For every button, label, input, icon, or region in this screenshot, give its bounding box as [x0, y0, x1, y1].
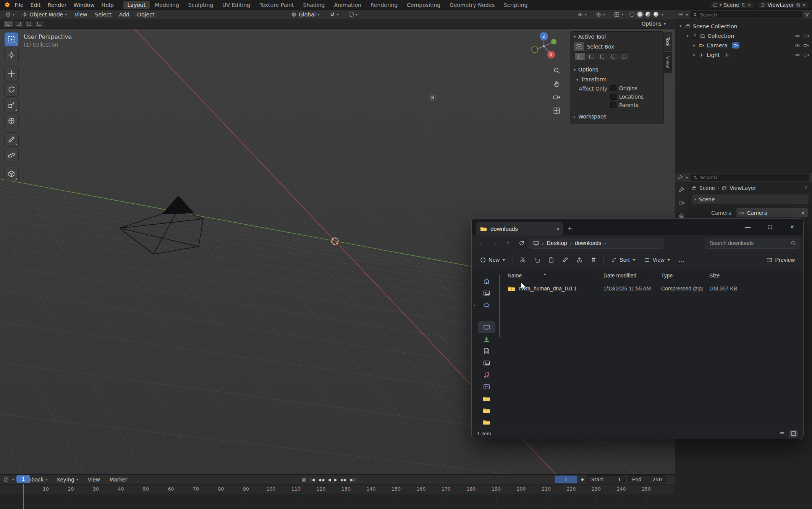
- select-mode-button-1[interactable]: [14, 20, 23, 28]
- cut-button[interactable]: [516, 254, 529, 266]
- camera-object[interactable]: [120, 196, 203, 254]
- transform-orientation[interactable]: Global ▾: [288, 11, 323, 18]
- camera-view-icon[interactable]: [553, 94, 560, 101]
- keying-set-icon[interactable]: ◆: [581, 477, 584, 482]
- play-reverse-button[interactable]: ◀: [328, 477, 331, 482]
- outliner-row-scene-collection[interactable]: ▾ Scene Collection: [675, 21, 812, 31]
- new-tab-button[interactable]: +: [563, 222, 576, 235]
- breadcrumb-downloads[interactable]: downloads: [575, 240, 601, 246]
- affect-only-checkbox-row[interactable]: Parents: [610, 102, 644, 108]
- affect-only-checkbox-row[interactable]: Origins: [610, 85, 644, 91]
- editor-type-button[interactable]: ▾: [2, 11, 18, 18]
- menubar-item[interactable]: Help: [98, 1, 117, 9]
- menubar-item[interactable]: File: [11, 1, 27, 9]
- workspace-tab[interactable]: Scripting: [500, 1, 532, 9]
- tool-select-box[interactable]: [4, 32, 19, 47]
- pan-hand-icon[interactable]: [553, 80, 560, 88]
- sidebar-folder-3[interactable]: [478, 416, 495, 428]
- hide-eye-icon[interactable]: [795, 52, 800, 58]
- select-mode-button-3[interactable]: [35, 20, 44, 28]
- sidebar-pictures[interactable]: [478, 357, 495, 369]
- viewport-options-dropdown[interactable]: Options ▾: [642, 21, 671, 27]
- properties-editor-icon[interactable]: [678, 175, 683, 180]
- mode-set-button[interactable]: [575, 52, 585, 60]
- tab-close-icon[interactable]: ×: [556, 226, 560, 232]
- workspace-tab[interactable]: Compositing: [403, 1, 445, 9]
- checkbox[interactable]: [610, 94, 616, 100]
- menu-select[interactable]: Select: [92, 11, 115, 18]
- frame-start-field[interactable]: Start1: [587, 475, 625, 483]
- tool-scale[interactable]: [4, 98, 19, 112]
- snap-toggle[interactable]: ▾: [327, 11, 342, 18]
- options-header[interactable]: ▾ Options: [570, 65, 663, 75]
- workspace-tab[interactable]: Geometry Nodes: [445, 1, 499, 9]
- workspace-tab[interactable]: Layout: [123, 1, 150, 9]
- tool-cursor[interactable]: [4, 48, 19, 62]
- new-scene-icon[interactable]: [741, 3, 746, 7]
- explorer-search[interactable]: [705, 238, 799, 249]
- unlink-scene-icon[interactable]: ×: [747, 2, 752, 8]
- outliner-row-light[interactable]: ▸ Light: [675, 50, 812, 60]
- playhead-marker[interactable]: 1: [16, 475, 30, 483]
- copy-button[interactable]: [531, 254, 543, 266]
- affect-only-checkbox-row[interactable]: Locations: [610, 94, 644, 100]
- menu-add[interactable]: Add: [116, 11, 133, 18]
- shading-rendered-button[interactable]: [653, 12, 658, 17]
- pin-icon[interactable]: [804, 186, 809, 191]
- more-button[interactable]: …: [675, 254, 688, 266]
- details-view-icon[interactable]: [778, 430, 787, 438]
- menubar-item[interactable]: Render: [44, 1, 70, 9]
- shading-solid-button[interactable]: [637, 12, 642, 17]
- disable-render-icon[interactable]: [804, 52, 809, 58]
- checkbox[interactable]: [610, 85, 616, 91]
- mode-selector[interactable]: Object Mode ▾: [19, 11, 70, 18]
- light-object[interactable]: [429, 94, 436, 101]
- menubar-item[interactable]: Window: [70, 1, 98, 9]
- clear-camera-icon[interactable]: ×: [801, 210, 805, 216]
- column-size[interactable]: Size: [703, 269, 753, 282]
- menu-marker[interactable]: Marker: [107, 476, 131, 483]
- hide-eye-icon[interactable]: [795, 43, 800, 48]
- explorer-tab[interactable]: downloads ×: [476, 222, 563, 235]
- sidebar-videos[interactable]: [478, 381, 495, 392]
- timeline-editor-icon[interactable]: [3, 477, 9, 482]
- tool-move[interactable]: [4, 66, 19, 81]
- proportional-editing[interactable]: ▾: [346, 11, 361, 17]
- tweak-mode-button[interactable]: [4, 20, 13, 28]
- maximize-button[interactable]: [759, 219, 781, 235]
- view-button[interactable]: View: [641, 254, 674, 266]
- menu-object[interactable]: Object: [134, 11, 158, 18]
- forward-button[interactable]: →: [489, 237, 500, 249]
- properties-editor-dropdown[interactable]: ▾: [686, 175, 688, 180]
- sidebar-onedrive[interactable]: ›: [478, 299, 495, 311]
- tool-transform[interactable]: [4, 113, 19, 128]
- mode-intersect-button[interactable]: [619, 52, 629, 60]
- workspace-tab[interactable]: UV Editing: [218, 1, 254, 9]
- workspace-header[interactable]: ▸ Workspace: [570, 112, 663, 122]
- delete-button[interactable]: [587, 254, 600, 266]
- shading-dropdown[interactable]: ▾: [662, 12, 663, 16]
- playhead-line[interactable]: [23, 484, 24, 509]
- workspace-tab[interactable]: Shading: [299, 1, 329, 9]
- mode-invert-button[interactable]: [608, 52, 618, 60]
- disable-render-icon[interactable]: [804, 33, 809, 39]
- shading-wireframe-button[interactable]: [629, 12, 634, 17]
- tool-rotate[interactable]: [4, 82, 19, 97]
- remove-viewlayer-icon[interactable]: ×: [802, 2, 806, 8]
- overlays-toggle[interactable]: ▾: [611, 11, 626, 18]
- refresh-button[interactable]: [516, 237, 527, 249]
- minimize-button[interactable]: —: [737, 219, 759, 235]
- gizmo-y-axis[interactable]: [551, 39, 556, 44]
- workspace-tab[interactable]: Texture Paint: [255, 1, 298, 9]
- column-type[interactable]: Type: [655, 269, 703, 282]
- workspace-tab[interactable]: Sculpting: [184, 1, 217, 9]
- sidebar-folder-2[interactable]: [478, 404, 495, 416]
- scene-section-header[interactable]: ▾ Scene: [692, 195, 809, 204]
- tool-add-cube[interactable]: [4, 167, 19, 181]
- scene-selector[interactable]: ▾ Scene ×: [710, 1, 754, 9]
- viewlayer-selector[interactable]: ViewLayer ×: [758, 1, 809, 9]
- properties-search-input[interactable]: [699, 174, 807, 181]
- timeline-ruler[interactable]: 1020304050607080901001101201301401501601…: [0, 485, 675, 494]
- current-frame-field[interactable]: 1: [555, 475, 577, 483]
- up-button[interactable]: ↑: [502, 237, 514, 249]
